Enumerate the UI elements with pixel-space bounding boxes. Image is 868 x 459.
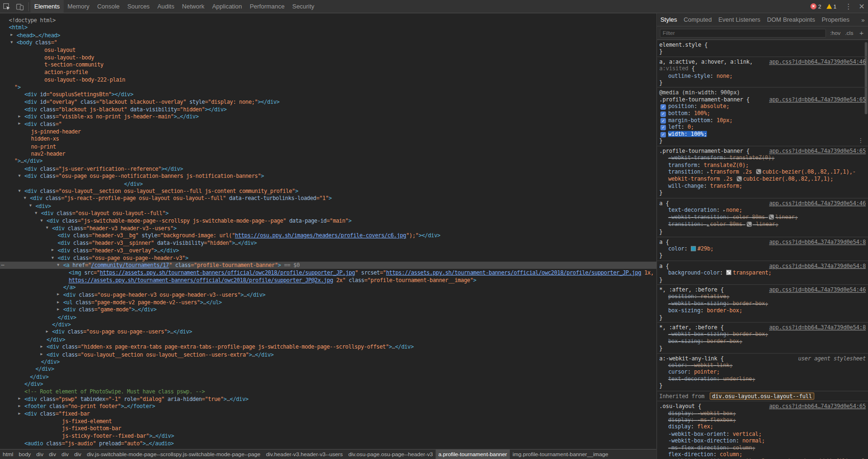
dom-tree-line[interactable]: <div class="header-v3__bg" style="backgr…	[0, 232, 656, 240]
toggle-element-state-button[interactable]: :hov	[830, 30, 841, 36]
style-property[interactable]: position: relative;	[659, 293, 866, 300]
dom-tree-line[interactable]: ▼<div class="js-switchable-mode-page--sc…	[0, 217, 656, 225]
dom-tree-line[interactable]: ▶<div class="game-mode">…</div>	[0, 306, 656, 314]
style-property[interactable]: cursor: pointer;	[659, 369, 866, 376]
dom-tree-line[interactable]: </div>	[0, 380, 656, 388]
style-property[interactable]: -webkit-transform: translateZ(0);	[659, 155, 866, 162]
style-property[interactable]: text-decoration: ▸none;	[659, 207, 866, 214]
dom-tree-line[interactable]: ▶<div class="osu-page osu-page--users">……	[0, 328, 656, 336]
bezier-icon[interactable]	[737, 176, 742, 182]
dom-tree-line[interactable]: <audio class="js-audio" preload="auto">……	[0, 440, 656, 447]
color-swatch-transparent[interactable]	[726, 270, 731, 275]
style-property[interactable]: ✓position: absolute;	[659, 103, 866, 110]
dom-tree-line[interactable]: ▶<div class="pswp" tabindex="-1" role="d…	[0, 395, 656, 403]
collapse-arrow-icon[interactable]: ▼	[57, 262, 59, 269]
property-checkbox[interactable]: ✓	[660, 125, 666, 131]
style-property[interactable]: color: #29b;	[659, 246, 866, 253]
expand-arrow-icon[interactable]: ▶	[46, 328, 49, 336]
expand-arrow-icon[interactable]: ▶	[41, 351, 43, 358]
warning-badge[interactable]: 1	[826, 3, 836, 9]
collapse-arrow-icon[interactable]: ▼	[10, 39, 13, 46]
dom-tree-line[interactable]: </div>	[0, 314, 656, 321]
sidebar-tab-event-listeners[interactable]: Event Listeners	[715, 13, 763, 26]
dom-tree-line[interactable]: js-pinned-header	[0, 128, 656, 135]
property-checkbox[interactable]: ✓	[660, 118, 666, 124]
rule-selector[interactable]: *, :after, :before {	[659, 324, 765, 331]
bezier-icon[interactable]	[756, 169, 762, 174]
expand-arrow-icon[interactable]: ▶	[57, 291, 59, 299]
style-property[interactable]: -webkit-transition: color 80ms linear;	[659, 214, 866, 221]
collapse-arrow-icon[interactable]: ▼	[18, 187, 21, 195]
style-property[interactable]: will-change: transform;	[659, 183, 866, 190]
error-badge[interactable]: ✕ 2	[811, 3, 821, 9]
style-property[interactable]: background-color: transparent;	[659, 269, 866, 276]
tab-audits[interactable]: Audits	[154, 0, 178, 13]
stylesheet-link[interactable]: app.css?id=bb64…74a739d0e54:46	[769, 58, 866, 66]
collapse-arrow-icon[interactable]: ▼	[46, 225, 49, 232]
expand-arrow-icon[interactable]: ▶	[18, 121, 21, 128]
dom-tree-line[interactable]: </div>	[0, 336, 656, 343]
style-property[interactable]: transition: ▸transform .2s cubic-bezier(…	[659, 168, 866, 183]
breadcrumb-item[interactable]: img.profile-tournament-banner__image	[510, 450, 611, 459]
style-property[interactable]: display: -webkit-box;	[659, 410, 866, 417]
dom-tree-line[interactable]: js-fixed-element	[0, 417, 656, 425]
collapse-arrow-icon[interactable]: ▼	[29, 202, 32, 210]
breadcrumb-item[interactable]: body	[16, 450, 33, 459]
stylesheet-link[interactable]: app.css?id=bb64…74a739d0e54:65	[769, 403, 866, 410]
sidebar-tab-computed[interactable]: Computed	[680, 13, 715, 26]
rule-selector[interactable]: element.style {	[659, 42, 866, 49]
collapse-arrow-icon[interactable]: ▼	[41, 217, 43, 225]
dom-tree-line[interactable]: ▶<div class="visible-xs no-print js-head…	[0, 113, 656, 121]
dom-tree-line[interactable]: hidden-xs	[0, 135, 656, 143]
breadcrumb-item[interactable]: div.osu-page.osu-page--header-v3	[345, 450, 435, 459]
dom-tree-line[interactable]: ▶<ul class="page-mode-v2 page-mode-v2--u…	[0, 299, 656, 306]
style-property[interactable]: ✓left: 0;	[659, 124, 866, 131]
dom-tree-line[interactable]: osu-layout	[0, 46, 656, 54]
tab-console[interactable]: Console	[93, 0, 123, 13]
dom-tree-line[interactable]: osu-layout--body	[0, 54, 656, 61]
sidebar-tab-dom-breakpoints[interactable]: DOM Breakpoints	[764, 13, 819, 26]
rule-selector[interactable]: a {	[659, 200, 765, 207]
dom-tree-line[interactable]: js-sticky-footer--fixed-bar">…</div>	[0, 432, 656, 440]
style-property[interactable]: outline-style: none;	[659, 73, 866, 80]
dom-tree-line[interactable]: osu-layout--body-222-plain	[0, 76, 656, 83]
style-property[interactable]: transform: translateZ(0);	[659, 162, 866, 169]
dom-tree-line[interactable]: ">…</div>	[0, 158, 656, 165]
dom-tree-line[interactable]: <div class="blackout js-blackout" data-v…	[0, 106, 656, 113]
expand-value-icon[interactable]: ▸	[707, 222, 709, 227]
breadcrumb-item[interactable]: div	[59, 450, 72, 459]
stylesheet-link[interactable]: app.css?id=bb64…74a739d0e54:46	[769, 287, 866, 294]
expand-arrow-icon[interactable]: ▶	[18, 410, 21, 417]
style-property[interactable]: text-decoration: underline;	[659, 376, 866, 383]
style-property[interactable]: flex-direction: column;	[659, 451, 866, 458]
dom-tree-line[interactable]: no-print	[0, 143, 656, 150]
dom-tree-line[interactable]: </div>	[0, 373, 656, 381]
tab-network[interactable]: Network	[178, 0, 208, 13]
dom-tree-line[interactable]: </a>	[0, 284, 656, 292]
tab-application[interactable]: Application	[208, 0, 246, 13]
dom-tree-line[interactable]: ▶<div class="osu-layout__section osu-lay…	[0, 351, 656, 358]
rule-selector[interactable]: a, a:active, a:hover, a:link,	[659, 58, 765, 66]
dom-tree-line[interactable]: ▼<div class="osu-layout__section osu-lay…	[0, 187, 656, 195]
breadcrumb-item[interactable]: div	[46, 450, 59, 459]
rule-menu-icon[interactable]: ⋮	[858, 138, 864, 145]
style-property[interactable]: -webkit-box-orient: vertical;	[659, 431, 866, 438]
dom-tree-line[interactable]: ▼<div class="header-v3 header-v3--users"…	[0, 225, 656, 232]
filter-input[interactable]	[660, 29, 826, 38]
dom-tree-line[interactable]: ▼<div>	[0, 202, 656, 210]
stylesheet-link[interactable]: app.css?id=bb64…374a739d0e54:8	[769, 239, 866, 246]
style-property[interactable]: -webkit-box-direction: normal;	[659, 437, 866, 444]
dom-tree-line[interactable]: https://assets.ppy.sh/tournament-banners…	[0, 276, 656, 284]
collapse-arrow-icon[interactable]: ▼	[35, 209, 37, 217]
dom-tree-line[interactable]: </div>	[0, 358, 656, 366]
tab-elements[interactable]: Elements	[31, 0, 64, 13]
style-property[interactable]: transition: ▸color 80ms linear;	[659, 221, 866, 229]
rule-selector[interactable]: .osu-layout {	[659, 403, 765, 410]
rule-selector[interactable]: a:-webkit-any-link {	[659, 355, 794, 362]
rule-selector[interactable]: a {	[659, 263, 765, 270]
dom-tree-line[interactable]: ▶<div class="	[0, 121, 656, 128]
style-property[interactable]: color: -webkit-link;	[659, 362, 866, 369]
dom-tree-line[interactable]: nav2-header	[0, 150, 656, 158]
tab-performance[interactable]: Performance	[246, 0, 288, 13]
style-property[interactable]: box-sizing: border-box;	[659, 307, 866, 314]
